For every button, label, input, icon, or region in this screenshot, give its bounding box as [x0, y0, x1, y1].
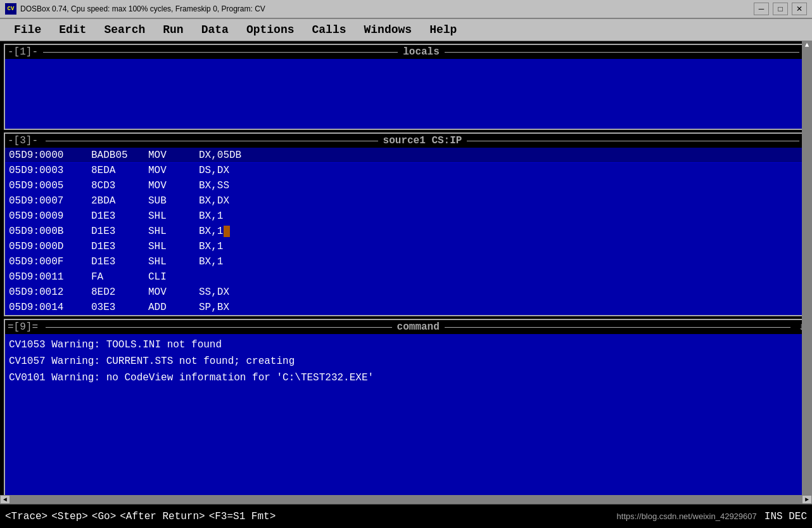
source-mnem: SHL: [148, 256, 199, 267]
menu-item-file[interactable]: File: [6, 21, 49, 39]
source-operand: BX,SS: [199, 180, 229, 191]
titlebar: CV DOSBox 0.74, Cpu speed: max 100% cycl…: [0, 0, 812, 19]
source-hex: D1E3: [91, 226, 148, 237]
source-row[interactable]: 05D9:00128ED2MOVSS,DX: [5, 285, 807, 300]
source-header-line: [46, 141, 378, 141]
minimize-button[interactable]: ─: [754, 3, 769, 15]
source-title: source1 CS:IP: [383, 135, 462, 146]
menu-item-help[interactable]: Help: [422, 21, 464, 39]
hscroll-left-arrow[interactable]: ◄: [0, 495, 10, 504]
source-row[interactable]: 05D9:0000BADB05MOVDX,05DB: [5, 148, 807, 163]
menu-item-search[interactable]: Search: [96, 21, 153, 39]
hscroll-track[interactable]: [10, 495, 802, 504]
source-operand: DS,DX: [199, 165, 229, 176]
source-row[interactable]: 05D9:00058CD3MOVBX,SS: [5, 178, 807, 193]
source-addr: 05D9:0014: [9, 302, 91, 313]
source-bracket-left: -[3]-: [8, 135, 38, 146]
status-right-text: https://blog.csdn.net/weixin_42929607: [617, 512, 757, 521]
source-hex: D1E3: [91, 210, 148, 222]
source-mnem: SHL: [148, 241, 199, 252]
status-after-return[interactable]: <After Return>: [120, 511, 205, 522]
source-operand: BX,1: [199, 226, 230, 237]
source-mnem: SHL: [148, 210, 199, 222]
menubar: FileEditSearchRunDataOptionsCallsWindows…: [0, 19, 812, 41]
command-scrollbar[interactable]: ▲: [802, 41, 812, 528]
source-row[interactable]: 05D9:0011FACLI: [5, 269, 807, 285]
scroll-up-arrow[interactable]: ▲: [805, 41, 809, 49]
locals-title-line: [43, 52, 398, 53]
source-rows: 05D9:0000BADB05MOVDX,05DB05D9:00038EDAMO…: [5, 148, 807, 315]
source-panel: -[3]- source1 CS:IP 05D9:0000BADB05MOVDX…: [4, 132, 808, 316]
source-addr: 05D9:000D: [9, 241, 91, 252]
status-trace[interactable]: <Trace>: [5, 511, 48, 522]
source-addr: 05D9:0000: [9, 150, 91, 161]
maximize-button[interactable]: □: [773, 3, 788, 15]
source-hex: FA: [91, 271, 148, 283]
status-go[interactable]: <Go>: [92, 511, 116, 522]
source-hex: 8CD3: [91, 180, 148, 191]
menu-item-windows[interactable]: Windows: [357, 21, 420, 39]
command-line: CV1053 Warning: TOOLS.INI not found: [9, 337, 803, 353]
command-line: CV1057 Warning: CURRENT.STS not found; c…: [9, 353, 803, 370]
source-addr: 05D9:0012: [9, 287, 91, 298]
locals-content: [5, 59, 807, 129]
source-row[interactable]: 05D9:000DD1E3SHLBX,1: [5, 239, 807, 254]
locals-bracket-left: -[1]-: [8, 46, 38, 58]
close-button[interactable]: ✕: [792, 3, 807, 15]
source-mnem: SHL: [148, 226, 199, 237]
source-hex: 8EDA: [91, 165, 148, 176]
source-hex: D1E3: [91, 241, 148, 252]
source-mnem: MOV: [148, 287, 199, 298]
source-header: -[3]- source1 CS:IP: [5, 134, 807, 148]
ins-dec-indicator: INS DEC: [764, 511, 807, 522]
app-icon: CV: [5, 3, 16, 15]
source-hex: D1E3: [91, 256, 148, 267]
status-fmt[interactable]: <F3=S1 Fmt>: [209, 511, 276, 522]
hscroll-right-arrow[interactable]: ►: [802, 495, 812, 504]
locals-title: locals: [403, 46, 440, 58]
source-mnem: ADD: [148, 302, 199, 313]
command-header-line: [46, 327, 392, 328]
source-operand: BX,1: [199, 241, 223, 252]
statusbar: <Trace> <Step> <Go> <After Return> <F3=S…: [0, 504, 812, 528]
source-mnem: CLI: [148, 271, 199, 283]
source-mnem: MOV: [148, 180, 199, 191]
source-hex: 8ED2: [91, 287, 148, 298]
menu-item-data[interactable]: Data: [194, 21, 236, 39]
cursor-block: [224, 226, 230, 237]
command-header-line2: [445, 327, 791, 328]
main-content: -[1]- locals -[3]- source1 CS:IP 05D9:00…: [0, 41, 812, 528]
command-line: CV0101 Warning: no CodeView information …: [9, 370, 803, 386]
source-row[interactable]: 05D9:0009D1E3SHLBX,1: [5, 209, 807, 224]
source-hex: 03E3: [91, 302, 148, 313]
source-addr: 05D9:0003: [9, 165, 91, 176]
source-row[interactable]: 05D9:00072BDASUBBX,DX: [5, 193, 807, 209]
source-addr: 05D9:0011: [9, 271, 91, 283]
source-hex: 2BDA: [91, 195, 148, 207]
source-row[interactable]: 05D9:000BD1E3SHLBX,1: [5, 224, 807, 239]
source-row[interactable]: 05D9:001403E3ADDSP,BX: [5, 300, 807, 315]
source-row[interactable]: 05D9:000FD1E3SHLBX,1: [5, 254, 807, 269]
source-addr: 05D9:0005: [9, 180, 91, 191]
titlebar-text: DOSBox 0.74, Cpu speed: max 100% cycles,…: [20, 4, 750, 13]
command-bracket-left: =[9]=: [8, 321, 38, 333]
status-step[interactable]: <Step>: [51, 511, 88, 522]
source-row[interactable]: 05D9:00038EDAMOVDS,DX: [5, 163, 807, 178]
menu-item-edit[interactable]: Edit: [51, 21, 94, 39]
command-header: =[9]= command ↓: [5, 320, 807, 334]
source-operand: SP,BX: [199, 302, 229, 313]
menu-item-run[interactable]: Run: [155, 21, 191, 39]
source-operand: BX,1: [199, 210, 223, 222]
horizontal-scrollbar[interactable]: ◄ ►: [0, 495, 812, 504]
source-operand: DX,05DB: [199, 150, 241, 161]
source-addr: 05D9:0009: [9, 210, 91, 222]
source-addr: 05D9:0007: [9, 195, 91, 207]
command-title: command: [397, 321, 440, 333]
menu-item-calls[interactable]: Calls: [305, 21, 354, 39]
source-operand: SS,DX: [199, 287, 229, 298]
source-hex: BADB05: [91, 150, 148, 161]
source-operand: BX,DX: [199, 195, 229, 207]
menu-item-options[interactable]: Options: [239, 21, 302, 39]
locals-title-line2: [445, 52, 799, 53]
source-operand: BX,1: [199, 256, 223, 267]
